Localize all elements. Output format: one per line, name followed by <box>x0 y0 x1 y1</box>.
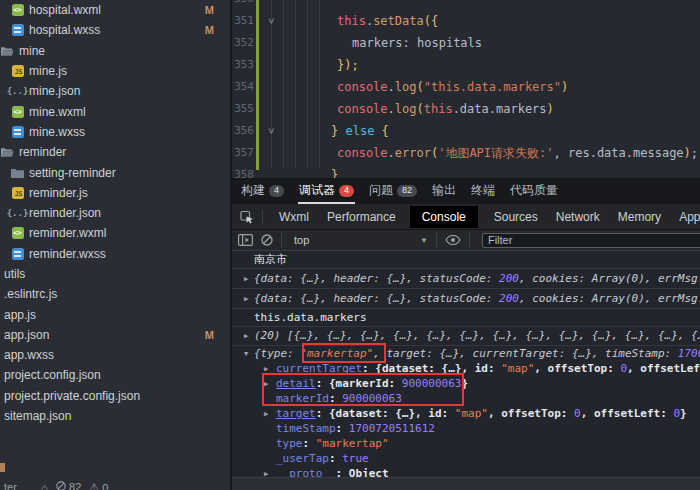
code-line[interactable]: 358} <box>232 164 700 178</box>
token: , target: {…}, currentTarget: {…}, timeS… <box>373 347 678 360</box>
file-row[interactable]: app.js <box>0 304 230 324</box>
devtools-tab-sources[interactable]: Sources <box>492 206 540 228</box>
tree-row-type[interactable]: type: "markertap" <box>232 436 700 451</box>
tree-row-timeStamp[interactable]: timeStamp: 1700720511612 <box>232 421 700 436</box>
fold-gutter <box>262 142 280 164</box>
code-line[interactable]: 354console.log("this.data.markers") <box>232 76 700 98</box>
code-editor[interactable]: 350351>this.setData({352markers: hospita… <box>232 0 700 178</box>
file-row[interactable]: project.config.json <box>0 365 230 385</box>
tree-row-currentTarget[interactable]: ▶currentTarget: {dataset: {…}, id: "map"… <box>232 361 700 376</box>
expand-arrow-icon[interactable]: ▶ <box>264 361 268 376</box>
file-row[interactable]: mine.wxss <box>0 122 230 142</box>
object-preview-row[interactable]: ▼{type: "markertap", target: {…}, curren… <box>232 346 700 361</box>
file-row[interactable]: hospital.wxssM <box>0 20 230 40</box>
code-line[interactable]: 355console.log(this.data.markers) <box>232 98 700 120</box>
expand-arrow-icon[interactable]: ▶ <box>244 269 248 288</box>
filter-input[interactable] <box>482 233 700 248</box>
file-row[interactable]: {..}mine.json <box>0 81 230 101</box>
fold-chevron-icon[interactable]: > <box>262 10 280 32</box>
tree-row-detail[interactable]: ▶detail: {markerId: 900000063} <box>232 376 700 391</box>
fold-gutter <box>262 54 280 76</box>
expand-sidebar-icon[interactable] <box>238 234 253 246</box>
code-line[interactable]: 352markers: hospitals <box>232 32 700 54</box>
console-object-row[interactable]: ▶{data: {…}, header: {…}, statusCode: 20… <box>232 289 700 309</box>
panel-tab-构建[interactable]: 构建4 <box>240 179 285 204</box>
panel-tab-label: 输出 <box>432 182 456 199</box>
token: "map" <box>455 407 488 420</box>
wxml-icon: <> <box>11 4 24 16</box>
devtools-tab-wxml[interactable]: Wxml <box>277 206 311 228</box>
panel-tab-终端[interactable]: 终端 <box>470 179 496 204</box>
file-row[interactable]: reminder.wxss <box>0 244 230 264</box>
fold-chevron-icon[interactable]: > <box>262 120 280 142</box>
console-object-row[interactable]: ▶{data: {…}, header: {…}, statusCode: 20… <box>232 269 700 289</box>
devtools-tab-performance[interactable]: Performance <box>325 206 398 228</box>
token: {data: {…}, header: {…}, statusCode: <box>254 272 499 285</box>
console-object-row[interactable]: ▶(20) [{…}, {…}, {…}, {…}, {…}, {…}, {…}… <box>232 327 700 346</box>
fold-gutter <box>262 98 280 120</box>
clear-console-icon[interactable] <box>261 234 273 246</box>
expand-arrow-icon[interactable]: ▶ <box>244 289 248 308</box>
token: } <box>680 407 687 420</box>
file-row[interactable]: .eslintrc.js <box>0 284 230 304</box>
panel-tab-问题[interactable]: 问题82 <box>368 179 418 204</box>
debugger-panel: 构建4调试器4问题82输出终端代码质量 WxmlPerformanceConso… <box>232 178 700 490</box>
file-row[interactable]: setting-reminder <box>0 162 230 182</box>
line-number: 354 <box>232 76 254 98</box>
code-line[interactable]: 356>} else { <box>232 120 700 142</box>
expand-arrow-icon[interactable]: ▶ <box>244 327 248 345</box>
devtools-tab-network[interactable]: Network <box>554 206 602 228</box>
home-icon[interactable]: ⌂ <box>41 481 48 490</box>
file-row[interactable]: utils <box>0 264 230 284</box>
chevron-down-icon[interactable]: ▼ <box>420 236 428 245</box>
code-line[interactable]: 357console.error('地图API请求失败:', res.data.… <box>232 142 700 164</box>
token: . <box>388 102 395 116</box>
file-row[interactable]: app.jsonM <box>0 325 230 345</box>
warning-status[interactable]: ⚠ 0 <box>89 481 108 490</box>
expand-arrow-icon[interactable]: ▶ <box>264 406 268 421</box>
console-toolbar: top ▼ <box>232 230 700 251</box>
file-row[interactable]: sitemap.json <box>0 406 230 426</box>
console-log-row[interactable]: 南京市 <box>232 251 700 269</box>
file-row[interactable]: <>hospital.wxmlM <box>0 0 230 20</box>
tree-row-_userTap[interactable]: _userTap: true <box>232 451 700 466</box>
file-row[interactable]: reminder <box>0 142 230 162</box>
file-row[interactable]: <>reminder.wxml <box>0 223 230 243</box>
wxss-glyph <box>12 24 24 36</box>
panel-tab-调试器[interactable]: 调试器4 <box>298 179 355 204</box>
console-log-row[interactable]: this.data.markers <box>232 309 700 327</box>
file-row[interactable]: <>mine.wxml <box>0 101 230 121</box>
file-row[interactable]: project.private.config.json <box>0 386 230 406</box>
status-bar: ter ⌂ 82 ⚠ 0 <box>0 481 230 490</box>
token: {markerId: <box>329 377 402 390</box>
error-status[interactable]: 82 <box>56 481 81 490</box>
context-dropdown[interactable]: top <box>294 234 412 246</box>
file-label: reminder.wxml <box>29 226 106 240</box>
eye-icon[interactable] <box>445 235 461 245</box>
panel-tab-代码质量[interactable]: 代码质量 <box>509 179 559 204</box>
token: , <box>554 146 568 160</box>
file-row[interactable]: JSreminder.js <box>0 183 230 203</box>
file-row[interactable]: JSmine.js <box>0 61 230 81</box>
code-line[interactable]: 351>this.setData({ <box>232 10 700 32</box>
devtools-tab-console[interactable]: Console <box>410 206 478 228</box>
tree-row-markerId[interactable]: markerId: 900000063 <box>232 391 700 406</box>
file-label: .eslintrc.js <box>4 287 57 301</box>
devtools-tab-memory[interactable]: Memory <box>616 206 663 228</box>
collapse-arrow-icon[interactable]: ▼ <box>244 346 248 361</box>
console-footer[interactable] <box>232 477 700 490</box>
token: ( <box>417 102 424 116</box>
file-row[interactable]: mine <box>0 41 230 61</box>
code-line[interactable]: 353}); <box>232 54 700 76</box>
js-glyph: JS <box>12 187 24 199</box>
code-line[interactable]: 350 <box>232 0 700 10</box>
inspect-element-icon[interactable] <box>240 210 254 224</box>
file-row[interactable]: {..}reminder.json <box>0 203 230 223</box>
devtools-tab-appdata[interactable]: AppData <box>677 206 700 228</box>
file-label: reminder.json <box>29 206 101 220</box>
tree-row-target[interactable]: ▶target: {dataset: {…}, id: "map", offse… <box>232 406 700 421</box>
file-row[interactable]: app.wxss <box>0 345 230 365</box>
panel-tab-输出[interactable]: 输出 <box>431 179 457 204</box>
expand-arrow-icon[interactable]: ▶ <box>264 376 268 391</box>
file-label: hospital.wxml <box>29 3 101 17</box>
